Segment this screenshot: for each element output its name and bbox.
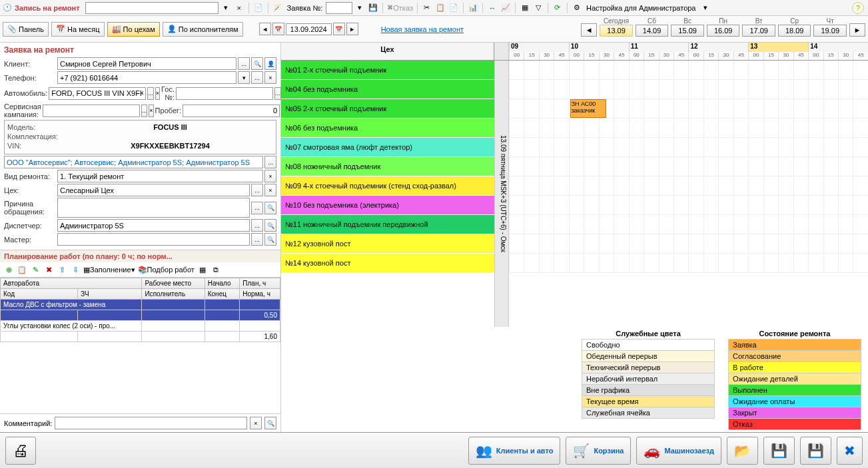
- comment-clear[interactable]: ×: [250, 417, 262, 429]
- client-input[interactable]: [57, 57, 236, 70]
- workshop-row[interactable]: №12 кузовной пост: [281, 234, 494, 254]
- add-icon[interactable]: ⊕: [3, 264, 15, 276]
- dropdown-btn[interactable]: ▾: [220, 2, 232, 14]
- plan-row-detail[interactable]: 1,60: [1, 332, 280, 342]
- misc1-icon[interactable]: ▦: [197, 264, 209, 276]
- admin-setting-label[interactable]: Настройка для Администратора: [584, 4, 698, 12]
- close-button[interactable]: ✖: [837, 437, 863, 465]
- export-icon[interactable]: 📊: [467, 2, 479, 14]
- campaign-pick[interactable]: ...: [141, 105, 148, 117]
- date-next[interactable]: ►: [346, 23, 358, 35]
- edit-icon[interactable]: ✎: [29, 264, 41, 276]
- org-input[interactable]: [4, 156, 263, 168]
- workshop-row[interactable]: №09 4-х стоечный подъемник (стенд сход-р…: [281, 176, 494, 196]
- workshops-tab[interactable]: 🏭 По цехам: [107, 22, 160, 37]
- day-btn-3[interactable]: 16.09: [707, 25, 740, 37]
- grid-row[interactable]: [509, 234, 868, 254]
- filter-icon[interactable]: ▽: [532, 2, 544, 14]
- table-icon[interactable]: ▦: [519, 2, 531, 14]
- admin-dropdown[interactable]: ▾: [699, 2, 711, 14]
- chart-icon[interactable]: 📈: [500, 2, 512, 14]
- campaign-input[interactable]: [43, 105, 140, 117]
- new-request-link[interactable]: Новая заявка на ремонт: [381, 25, 464, 33]
- master-search[interactable]: 🔍: [264, 233, 276, 246]
- workshop-row[interactable]: №06 без подъемника: [281, 118, 494, 138]
- appointment[interactable]: ЗН АС00заказчик: [570, 99, 606, 118]
- grid-row[interactable]: [509, 61, 868, 80]
- save-doc-button[interactable]: 💾: [763, 437, 795, 465]
- gosno-input[interactable]: [176, 87, 273, 100]
- reason-search[interactable]: 🔍: [264, 202, 276, 214]
- day-btn-4[interactable]: 17.09: [742, 25, 775, 37]
- current-date[interactable]: 13.09.2024: [286, 23, 332, 35]
- delete-icon[interactable]: ✖: [43, 264, 55, 276]
- repair-type-input[interactable]: [57, 170, 263, 182]
- save-button[interactable]: 💾: [800, 437, 831, 465]
- list-icon[interactable]: 📋: [16, 264, 28, 276]
- grid-row[interactable]: [509, 157, 868, 176]
- plan-row[interactable]: Углы установки колес (2 оси) - про...: [1, 321, 280, 332]
- grid-row[interactable]: [509, 138, 868, 157]
- dropdown2-btn[interactable]: ▾: [354, 2, 366, 14]
- day-btn-5[interactable]: 18.09: [778, 25, 811, 37]
- grid-row[interactable]: [509, 196, 868, 215]
- client-search[interactable]: 🔍: [251, 57, 263, 70]
- mileage-input[interactable]: [183, 105, 280, 117]
- cut-icon[interactable]: ✂: [421, 2, 433, 14]
- day-btn-2[interactable]: 15.09: [671, 25, 704, 37]
- workshop-row[interactable]: №04 без подъемника: [281, 80, 494, 99]
- reason-pick[interactable]: ...: [251, 202, 263, 214]
- workshop-row[interactable]: №07 смотровая яма (люфт детектор): [281, 138, 494, 157]
- phone-drop[interactable]: ▾: [238, 71, 250, 84]
- client-pick[interactable]: ...: [238, 57, 250, 70]
- copy-icon[interactable]: 📋: [434, 2, 446, 14]
- fill-btn[interactable]: ▦ Заполнение ▾: [83, 264, 136, 276]
- clear-btn[interactable]: ×: [233, 2, 245, 14]
- grid-row[interactable]: [509, 215, 868, 234]
- search-input[interactable]: [85, 2, 218, 14]
- cart-button[interactable]: 🛒Корзина: [566, 437, 631, 465]
- down-icon[interactable]: ⇩: [69, 264, 81, 276]
- selection-btn[interactable]: 📚 Подбор работ: [137, 264, 195, 276]
- phone-clear[interactable]: ×: [264, 71, 276, 84]
- workshop-row[interactable]: №05 2-х стоечный подъемник: [281, 99, 494, 118]
- phone-input[interactable]: [57, 71, 236, 84]
- open-button[interactable]: 📂: [727, 437, 758, 465]
- auto-clear[interactable]: ×: [155, 87, 160, 100]
- week-next[interactable]: ►: [849, 23, 865, 37]
- clients-button[interactable]: 👥Клиенты и авто: [468, 437, 561, 465]
- client-person[interactable]: 👤: [264, 57, 276, 70]
- workshop-clear[interactable]: ×: [264, 184, 276, 196]
- request-number-input[interactable]: [326, 2, 352, 14]
- dispatcher-pick[interactable]: ...: [251, 219, 263, 232]
- week-prev[interactable]: ◄: [581, 23, 597, 37]
- plan-row[interactable]: Масло ДВС с фильтром - замена: [1, 300, 280, 310]
- up-icon[interactable]: ⇧: [56, 264, 68, 276]
- grid-row[interactable]: [509, 254, 868, 273]
- doc-icon[interactable]: 📄: [252, 2, 264, 14]
- repair-type-clear[interactable]: ×: [264, 170, 276, 182]
- grid-row[interactable]: [509, 80, 868, 99]
- master-input[interactable]: [57, 233, 250, 246]
- workshop-row[interactable]: №14 кузовной пост: [281, 254, 494, 273]
- month-tab[interactable]: 📅 На месяц: [51, 22, 105, 37]
- grid-row[interactable]: [509, 99, 868, 118]
- help-button[interactable]: ?: [852, 2, 864, 14]
- date-prev[interactable]: ◄: [259, 23, 271, 35]
- print-button[interactable]: 🖨: [5, 437, 36, 465]
- drive-in-button[interactable]: 🚗Машинозаезд: [636, 437, 721, 465]
- gear-icon[interactable]: ⚙: [571, 2, 583, 14]
- planning-table[interactable]: Авторабота Рабочее место Начало План, ч …: [0, 278, 280, 342]
- schedule-body[interactable]: №01 2-х стоечный подъемник№04 без подъем…: [281, 61, 868, 327]
- workshop-row[interactable]: №08 ножничный подъемник: [281, 157, 494, 176]
- gosno-pick[interactable]: ...: [274, 87, 281, 100]
- workshop-row[interactable]: №10 без подъемника (электрика): [281, 196, 494, 215]
- time-grid[interactable]: ЗН АС00заказчик: [509, 61, 868, 327]
- auto-pick[interactable]: ...: [147, 87, 154, 100]
- org-pick[interactable]: ...: [264, 156, 276, 168]
- save-icon[interactable]: 💾: [367, 2, 379, 14]
- refresh-icon[interactable]: ⟳: [552, 2, 564, 14]
- reason-input[interactable]: [57, 198, 250, 218]
- paste-icon[interactable]: 📄: [448, 2, 460, 14]
- performers-tab[interactable]: 👤 По исполнителям: [163, 22, 243, 37]
